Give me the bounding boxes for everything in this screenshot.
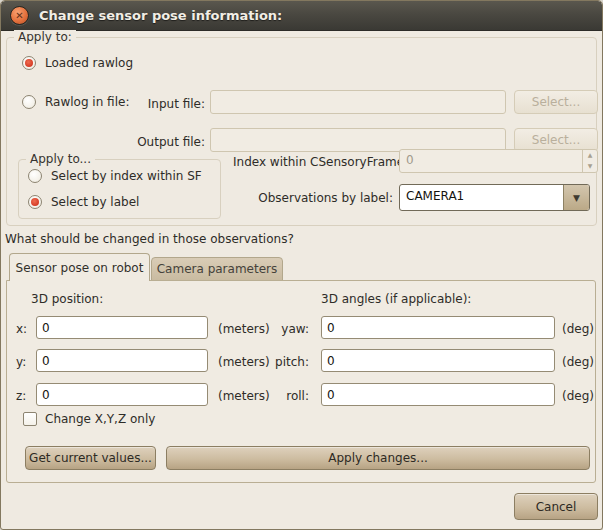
change-xyz-only-checkbox[interactable]: Change X,Y,Z only (23, 412, 155, 426)
z-label: z: (16, 389, 26, 403)
close-icon: ✕ (11, 8, 28, 24)
radio-unselected-icon (22, 95, 36, 109)
tab-sensor-pose-label: Sensor pose on robot (16, 261, 144, 275)
yaw-field[interactable] (321, 316, 555, 339)
index-spinner[interactable]: 0 ▲ ▼ (399, 149, 598, 173)
radio-select-by-label-label: Select by label (51, 195, 139, 209)
change-xyz-only-label: Change X,Y,Z only (45, 412, 155, 426)
apply-changes-button[interactable]: Apply changes... (166, 446, 590, 470)
yaw-unit-label: (deg) (562, 322, 594, 336)
pitch-field[interactable] (321, 349, 555, 372)
z-field[interactable] (36, 383, 208, 406)
checkbox-icon (23, 412, 37, 426)
pitch-label: pitch: (259, 355, 309, 369)
angles-header: 3D angles (if applicable): (321, 292, 471, 306)
input-file-field[interactable] (210, 90, 506, 114)
apply-to-group-label: Apply to: (14, 30, 76, 44)
apply-to-group: Apply to: Loaded rawlog Rawlog in file: … (6, 37, 597, 226)
y-label: y: (16, 355, 26, 369)
radio-unselected-icon (28, 169, 42, 183)
y-field[interactable] (36, 349, 208, 372)
select-input-file-button[interactable]: Select... (514, 90, 598, 114)
radio-select-by-index[interactable]: Select by index within SF (28, 169, 202, 183)
sensor-pose-panel: 3D position: 3D angles (if applicable): … (6, 280, 596, 483)
radio-selected-icon (22, 56, 36, 70)
roll-unit-label: (deg) (562, 389, 594, 403)
output-file-label: Output file: (125, 135, 205, 149)
spinner-down-icon[interactable]: ▼ (583, 161, 597, 172)
chevron-down-icon: ▼ (573, 193, 580, 203)
observations-by-label-label: Observations by label: (233, 191, 393, 205)
radio-loaded-rawlog[interactable]: Loaded rawlog (22, 56, 133, 70)
radio-selected-icon (28, 195, 42, 209)
radio-select-by-label[interactable]: Select by label (28, 195, 139, 209)
apply-to-inner-group: Apply to... Select by index within SF Se… (18, 159, 221, 219)
roll-label: roll: (259, 389, 309, 403)
observations-combobox-value: CAMERA1 (400, 185, 563, 210)
yaw-label: yaw: (259, 322, 309, 336)
x-label: x: (16, 322, 27, 336)
tab-camera-parameters-label: Camera parameters (157, 262, 278, 276)
radio-rawlog-in-file-label: Rawlog in file: (45, 95, 129, 109)
titlebar: ✕ Change sensor pose information: (1, 1, 602, 31)
index-within-sf-label: Index within CSensoryFrame (233, 155, 393, 169)
cancel-button[interactable]: Cancel (514, 493, 598, 520)
question-label: What should be changed in those observat… (5, 232, 294, 246)
combo-dropdown-button[interactable]: ▼ (563, 185, 589, 210)
index-spinner-value: 0 (400, 150, 582, 172)
observations-combobox[interactable]: CAMERA1 ▼ (399, 184, 590, 211)
roll-field[interactable] (321, 383, 555, 406)
tab-sensor-pose[interactable]: Sensor pose on robot (9, 253, 150, 281)
input-file-label: Input file: (125, 97, 205, 111)
tab-camera-parameters[interactable]: Camera parameters (151, 257, 283, 281)
dialog-window: ✕ Change sensor pose information: Apply … (0, 0, 603, 530)
get-current-values-button[interactable]: Get current values... (25, 446, 156, 470)
x-field[interactable] (36, 316, 208, 339)
radio-select-by-index-label: Select by index within SF (51, 169, 202, 183)
close-button[interactable]: ✕ (10, 6, 29, 25)
radio-rawlog-in-file[interactable]: Rawlog in file: (22, 95, 129, 109)
window-title: Change sensor pose information: (39, 1, 282, 30)
apply-to-inner-group-label: Apply to... (26, 152, 95, 166)
radio-loaded-rawlog-label: Loaded rawlog (45, 56, 133, 70)
pitch-unit-label: (deg) (562, 355, 594, 369)
spinner-up-icon[interactable]: ▲ (583, 150, 597, 161)
position-header: 3D position: (31, 292, 103, 306)
